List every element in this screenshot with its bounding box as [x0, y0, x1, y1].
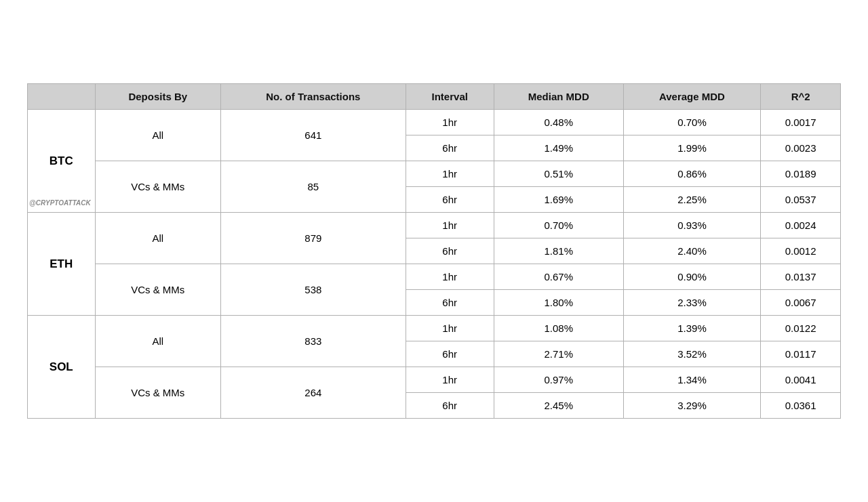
interval-cell: 6hr: [406, 341, 494, 367]
interval-cell: 6hr: [406, 187, 494, 213]
transactions-cell: 641: [221, 110, 406, 161]
header-asset: [28, 84, 96, 110]
transactions-cell: 85: [221, 161, 406, 213]
r2-cell: 0.0537: [761, 187, 841, 213]
header-transactions: No. of Transactions: [221, 84, 406, 110]
r2-cell: 0.0012: [761, 238, 841, 264]
median-mdd-cell: 1.49%: [494, 135, 623, 161]
interval-cell: 1hr: [406, 161, 494, 187]
average-mdd-cell: 0.70%: [623, 110, 761, 135]
r2-cell: 0.0067: [761, 290, 841, 316]
header-deposits-by: Deposits By: [95, 84, 220, 110]
header-average-mdd: Average MDD: [623, 84, 761, 110]
data-table: Deposits By No. of Transactions Interval…: [27, 83, 841, 419]
interval-cell: 6hr: [406, 393, 494, 419]
interval-cell: 1hr: [406, 316, 494, 341]
interval-cell: 6hr: [406, 135, 494, 161]
average-mdd-cell: 1.99%: [623, 135, 761, 161]
r2-cell: 0.0117: [761, 341, 841, 367]
transactions-cell: 264: [221, 367, 406, 419]
r2-cell: 0.0137: [761, 264, 841, 290]
header-median-mdd: Median MDD: [494, 84, 623, 110]
table-row: ETHAll8791hr0.70%0.93%0.0024: [28, 213, 841, 238]
transactions-cell: 538: [221, 264, 406, 316]
average-mdd-cell: 0.93%: [623, 213, 761, 238]
median-mdd-cell: 1.81%: [494, 238, 623, 264]
median-mdd-cell: 0.48%: [494, 110, 623, 135]
deposits-by-cell: All: [95, 213, 220, 264]
r2-cell: 0.0189: [761, 161, 841, 187]
median-mdd-cell: 0.51%: [494, 161, 623, 187]
asset-cell-sol: SOL: [28, 316, 96, 419]
header-interval: Interval: [406, 84, 494, 110]
deposits-by-cell: All: [95, 316, 220, 367]
interval-cell: 6hr: [406, 238, 494, 264]
interval-cell: 1hr: [406, 264, 494, 290]
average-mdd-cell: 1.34%: [623, 367, 761, 393]
table-row: VCs & MMs2641hr0.97%1.34%0.0041: [28, 367, 841, 393]
table-row: VCs & MMs5381hr0.67%0.90%0.0137: [28, 264, 841, 290]
average-mdd-cell: 2.25%: [623, 187, 761, 213]
table-row: VCs & MMs851hr0.51%0.86%0.0189: [28, 161, 841, 187]
deposits-by-cell: VCs & MMs: [95, 264, 220, 316]
deposits-by-cell: VCs & MMs: [95, 161, 220, 213]
interval-cell: 1hr: [406, 367, 494, 393]
asset-cell-eth: ETH: [28, 213, 96, 316]
median-mdd-cell: 0.67%: [494, 264, 623, 290]
watermark: @CRYPTOATTACK: [29, 199, 91, 207]
average-mdd-cell: 0.86%: [623, 161, 761, 187]
asset-cell-btc: BTC@CRYPTOATTACK: [28, 110, 96, 213]
r2-cell: 0.0017: [761, 110, 841, 135]
average-mdd-cell: 2.33%: [623, 290, 761, 316]
r2-cell: 0.0023: [761, 135, 841, 161]
transactions-cell: 879: [221, 213, 406, 264]
deposits-by-cell: All: [95, 110, 220, 161]
transactions-cell: 833: [221, 316, 406, 367]
header-r2: R^2: [761, 84, 841, 110]
median-mdd-cell: 0.70%: [494, 213, 623, 238]
interval-cell: 1hr: [406, 213, 494, 238]
interval-cell: 6hr: [406, 290, 494, 316]
r2-cell: 0.0041: [761, 367, 841, 393]
page-container: Deposits By No. of Transactions Interval…: [0, 0, 868, 502]
r2-cell: 0.0361: [761, 393, 841, 419]
median-mdd-cell: 1.80%: [494, 290, 623, 316]
table-row: SOLAll8331hr1.08%1.39%0.0122: [28, 316, 841, 341]
median-mdd-cell: 2.45%: [494, 393, 623, 419]
r2-cell: 0.0024: [761, 213, 841, 238]
average-mdd-cell: 3.29%: [623, 393, 761, 419]
median-mdd-cell: 1.69%: [494, 187, 623, 213]
average-mdd-cell: 2.40%: [623, 238, 761, 264]
average-mdd-cell: 3.52%: [623, 341, 761, 367]
median-mdd-cell: 0.97%: [494, 367, 623, 393]
average-mdd-cell: 0.90%: [623, 264, 761, 290]
deposits-by-cell: VCs & MMs: [95, 367, 220, 419]
r2-cell: 0.0122: [761, 316, 841, 341]
table-row: BTC@CRYPTOATTACKAll6411hr0.48%0.70%0.001…: [28, 110, 841, 135]
average-mdd-cell: 1.39%: [623, 316, 761, 341]
median-mdd-cell: 2.71%: [494, 341, 623, 367]
interval-cell: 1hr: [406, 110, 494, 135]
median-mdd-cell: 1.08%: [494, 316, 623, 341]
